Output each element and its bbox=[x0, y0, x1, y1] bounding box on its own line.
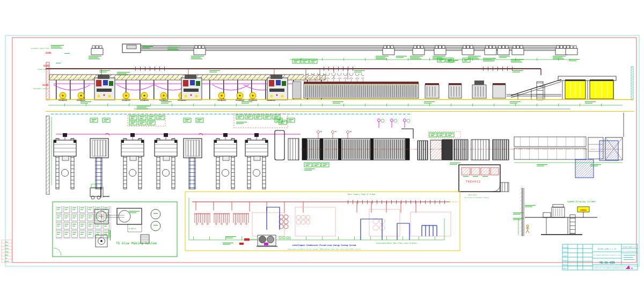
dim-note bbox=[333, 101, 343, 104]
plan-note bbox=[537, 164, 547, 166]
machine-ghost bbox=[252, 207, 451, 236]
margin-row-label: Sheet bbox=[4, 260, 9, 262]
condensate-label: Condensate Water Main Pipe Lower Bracket bbox=[376, 242, 417, 244]
overhead-pipe-rack bbox=[51, 44, 580, 63]
pipe-hanger bbox=[497, 46, 509, 55]
dimension-chain bbox=[48, 104, 623, 106]
tb-cell: Design bbox=[562, 247, 568, 249]
single-facer-elev bbox=[267, 75, 288, 100]
mill-roll-stand-plan bbox=[155, 133, 177, 189]
mill-roll-stand-plan bbox=[245, 133, 268, 189]
speed-display-screen: SPEED bbox=[577, 207, 589, 217]
rack-note bbox=[51, 45, 64, 48]
slitter-cutoff-plan bbox=[418, 132, 509, 160]
row-caption: Pneumatic Supply Pipe bbox=[31, 47, 49, 49]
tb-product: Corrugated Paperboard Production Line bbox=[594, 254, 621, 256]
glue-making-system: 0.8M3/H T5 Glue Making System bbox=[53, 202, 177, 257]
rack-note bbox=[167, 47, 180, 50]
board-stack bbox=[590, 79, 613, 99]
pipe-rack-support-detail bbox=[122, 44, 141, 53]
pipe-hanger bbox=[413, 46, 425, 55]
stacker-note bbox=[525, 205, 536, 207]
mill-roll-stand-plan bbox=[121, 133, 144, 189]
tb-code: YB-SA-VER bbox=[599, 261, 615, 264]
steam-note bbox=[513, 70, 523, 72]
tb-grid-digits: 1 2 3 4 5 6 7 8 9 10 11 12 bbox=[623, 251, 638, 252]
steam-main-title: Main Supply Pipe of Steam bbox=[348, 193, 375, 195]
transition-guard bbox=[401, 129, 413, 138]
instrument-fitting bbox=[403, 119, 410, 128]
valve-group bbox=[194, 214, 210, 224]
speed-display-label: Speed Display Screen bbox=[567, 200, 596, 203]
pipe-hanger bbox=[512, 46, 524, 55]
stacker-side-view: Speed Display Screen SPEED bbox=[513, 188, 597, 236]
pipe-hanger bbox=[566, 46, 577, 55]
pipe-note bbox=[191, 56, 204, 59]
transfer-platform bbox=[599, 141, 618, 161]
operator-figure bbox=[526, 225, 529, 233]
steam-piping-schematic: Main Supply Pipe of Steam bbox=[185, 192, 460, 251]
margin-row-label: Sign bbox=[5, 251, 9, 253]
pipe-note bbox=[396, 56, 407, 58]
margin-row-label: Rev bbox=[5, 241, 9, 243]
tb-cell: Date bbox=[564, 268, 567, 269]
glue-storage-tank: 0.8M3/H bbox=[117, 208, 142, 232]
ladder bbox=[570, 215, 575, 234]
heat-exchanger bbox=[279, 215, 288, 229]
row-code: 5101 bbox=[46, 52, 52, 54]
steam-note bbox=[209, 70, 220, 72]
plan-label-box bbox=[90, 118, 98, 122]
web-conveyor-plan bbox=[90, 133, 109, 189]
plan-label-box bbox=[196, 118, 203, 122]
plan-label-box bbox=[103, 118, 110, 122]
dim-note bbox=[585, 101, 596, 104]
pipe-hanger bbox=[434, 46, 446, 55]
mill-roll-stand-plan bbox=[214, 133, 237, 189]
dim-note bbox=[161, 101, 172, 104]
preheater-plan bbox=[288, 138, 299, 160]
margin-row-label: Zone bbox=[5, 247, 9, 250]
dim-note bbox=[510, 101, 521, 104]
control-room-caption: Cable Duct bbox=[468, 194, 477, 196]
speed-readout: SPEED bbox=[580, 209, 587, 212]
plan-legend-cluster bbox=[128, 114, 165, 126]
cad-sheet: Rev Date Zone Sign Appr No. Sheet bbox=[0, 0, 644, 299]
plan-label-box bbox=[313, 163, 320, 167]
glue-tank-capacity: 0.8M3/H bbox=[129, 228, 136, 230]
control-room-code: TRE0912 bbox=[466, 180, 481, 183]
preheater-row bbox=[304, 73, 364, 79]
pipe-note bbox=[499, 56, 510, 58]
steam-fitting bbox=[317, 130, 322, 139]
tb-model: WJ250-2200-2.2-1F bbox=[598, 248, 617, 250]
cabinet-unit bbox=[500, 183, 509, 192]
plan-legend-cluster bbox=[234, 114, 288, 128]
dim-note bbox=[241, 101, 252, 104]
glue-system-title: T5 Glue Making System bbox=[116, 241, 157, 245]
tb-cell: Scale bbox=[563, 260, 567, 261]
steam-fitting bbox=[346, 130, 352, 139]
steam-fitting bbox=[331, 130, 336, 139]
control-room-caption: By Series to Customer Factory bbox=[465, 197, 489, 199]
pipe-hanger bbox=[383, 46, 394, 55]
double-facer-elev bbox=[304, 82, 419, 98]
logo-text: WL bbox=[631, 267, 633, 269]
tb-doc-no: WJ250-2200-2-19 bbox=[623, 246, 636, 248]
schematic-blue-note: Intelligent Condensate Closed-Loop Energ… bbox=[292, 244, 357, 246]
margin-revision-table: Rev Date Zone Sign Appr No. Sheet bbox=[2, 240, 12, 262]
plan-label-box bbox=[287, 118, 295, 122]
plan-label-box bbox=[304, 163, 312, 167]
pipe-note bbox=[89, 56, 101, 59]
plan-note bbox=[304, 169, 315, 171]
wall-column bbox=[46, 62, 49, 100]
instrument-fitting bbox=[390, 119, 397, 128]
plan-view bbox=[46, 112, 634, 195]
web-conveyor-plan bbox=[184, 133, 203, 189]
steam-note bbox=[354, 70, 365, 72]
margin-row-label: Appr bbox=[5, 254, 9, 256]
dim-note bbox=[80, 101, 91, 104]
single-facer-elev bbox=[94, 75, 115, 100]
plan-wall bbox=[46, 116, 49, 194]
margin-row-label: No. bbox=[5, 257, 9, 259]
plan-label-box bbox=[184, 118, 191, 122]
ground-note bbox=[137, 106, 150, 109]
